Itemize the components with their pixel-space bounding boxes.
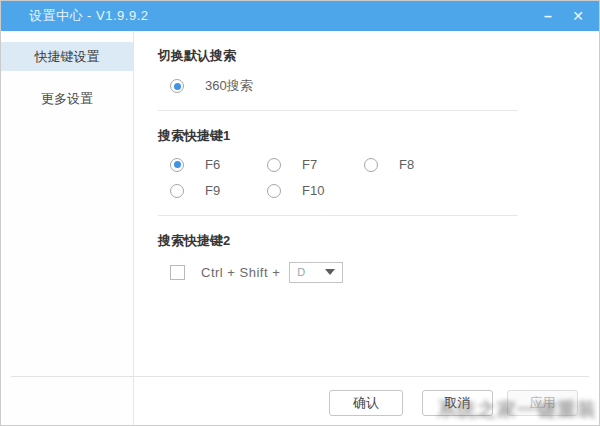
radio-unselected-icon: [364, 158, 378, 172]
section-title-hotkey1: 搜索快捷键1: [158, 127, 599, 145]
radio-f9-label: F9: [205, 183, 220, 198]
dropdown-value: D: [297, 266, 305, 278]
footer-divider: [11, 376, 589, 377]
sidebar-item-hotkey-settings[interactable]: 快捷键设置: [1, 42, 133, 71]
settings-content: 切换默认搜索 360搜索 搜索快捷键1 F6 F7: [134, 31, 599, 425]
radio-f10[interactable]: F10: [267, 183, 364, 198]
radio-selected-icon: [170, 79, 184, 93]
hotkey2-checkbox[interactable]: [170, 265, 185, 280]
radio-selected-icon: [170, 158, 184, 172]
section-title-default-search: 切换默认搜索: [158, 47, 599, 65]
cancel-button[interactable]: 取消: [422, 390, 493, 416]
radio-unselected-icon: [170, 184, 184, 198]
radio-360-search[interactable]: 360搜索: [170, 77, 253, 95]
sidebar: 快捷键设置 更多设置: [1, 31, 134, 425]
apply-button[interactable]: 应用: [507, 390, 578, 416]
window-title: 设置中心 - V1.9.9.2: [29, 7, 148, 25]
radio-f7-label: F7: [302, 157, 317, 172]
minimize-button[interactable]: –: [537, 5, 559, 27]
hotkey2-label: Ctrl + Shift +: [201, 265, 280, 280]
sidebar-item-more-settings[interactable]: 更多设置: [1, 84, 133, 113]
chevron-down-icon: [325, 269, 335, 275]
radio-f8-label: F8: [399, 157, 414, 172]
footer-buttons: 确认 取消 应用: [1, 390, 599, 416]
radio-f8[interactable]: F8: [364, 157, 461, 172]
radio-unselected-icon: [267, 158, 281, 172]
confirm-button[interactable]: 确认: [329, 390, 403, 416]
window-body: 快捷键设置 更多设置 切换默认搜索 360搜索 搜索快捷键1 F6: [1, 31, 599, 425]
titlebar: 设置中心 - V1.9.9.2 – ✕: [1, 1, 599, 31]
radio-f10-label: F10: [302, 183, 324, 198]
radio-f9[interactable]: F9: [170, 183, 267, 198]
section-divider: [158, 110, 518, 111]
radio-f6-label: F6: [205, 157, 220, 172]
radio-f6[interactable]: F6: [170, 157, 267, 172]
hotkey2-key-dropdown[interactable]: D: [289, 262, 343, 283]
radio-f7[interactable]: F7: [267, 157, 364, 172]
radio-360-search-label: 360搜索: [205, 77, 253, 95]
close-button[interactable]: ✕: [567, 5, 589, 27]
window-controls: – ✕: [537, 1, 589, 31]
section-title-hotkey2: 搜索快捷键2: [158, 232, 599, 250]
radio-unselected-icon: [267, 184, 281, 198]
section-divider: [158, 215, 518, 216]
settings-window: 设置中心 - V1.9.9.2 – ✕ 快捷键设置 更多设置 切换默认搜索 36…: [0, 0, 600, 426]
